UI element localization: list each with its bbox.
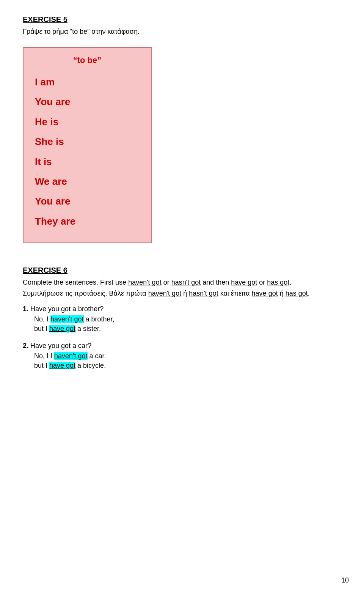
exercise5-section: EXERCISE 5 Γράψε το ρήμα “to be” στην κα… <box>23 15 341 243</box>
question-2-block: 2. Have you got a car? No, I I haven't g… <box>23 342 341 370</box>
have-got-label2: have got <box>252 290 278 297</box>
q1-answer1: No, I haven't got a brother, <box>34 315 341 323</box>
q1-text: Have you got a brother? <box>30 305 104 313</box>
exercise5-subtitle: Γράψε το ρήμα “to be” στην κατάφαση. <box>23 28 341 36</box>
havent-got-label2: haven't got <box>148 290 182 297</box>
has-got-label2: has got <box>286 290 308 297</box>
q2-answer2: but I have got a bicycle. <box>34 362 341 370</box>
has-got-label1: has got <box>267 279 289 286</box>
exercise6-desc1: Complete the sentences. First use haven'… <box>23 279 341 287</box>
to-be-row-2: You are <box>35 92 140 112</box>
exercise5-title: EXERCISE 5 <box>23 15 341 24</box>
question-2-line: 2. Have you got a car? <box>23 342 341 350</box>
to-be-row-1: I am <box>35 72 140 92</box>
q2-answer1: No, I I haven't got a car. <box>34 352 341 360</box>
exercise6-title: EXERCISE 6 <box>23 266 341 275</box>
q1-number: 1. <box>23 305 28 313</box>
question-1-line: 1. Have you got a brother? <box>23 305 341 313</box>
q2-text: Have you got a car? <box>30 342 91 350</box>
q1-answer2: but I have got a sister. <box>34 325 341 333</box>
hasnt-got-label2: hasn't got <box>189 290 218 297</box>
to-be-row-4: She is <box>35 132 140 151</box>
page-number: 10 <box>341 576 349 584</box>
hasnt-got-label1: hasn't got <box>171 279 201 286</box>
exercise6-desc2: Συμπλήρωσε τις προτάσεις. Βάλε πρώτα hav… <box>23 290 341 298</box>
q2-have-got: have got <box>49 362 75 369</box>
exercise6-section: EXERCISE 6 Complete the sentences. First… <box>23 266 341 370</box>
have-got-label1: have got <box>231 279 257 286</box>
to-be-row-7: You are <box>35 191 140 211</box>
to-be-row-6: We are <box>35 172 140 191</box>
havent-got-label1: haven't got <box>128 279 162 286</box>
to-be-row-3: He is <box>35 112 140 132</box>
to-be-header: “to be” <box>35 55 140 65</box>
to-be-box: “to be” I am You are He is She is It is … <box>23 47 152 243</box>
to-be-row-8: They are <box>35 211 140 231</box>
q2-number: 2. <box>23 342 28 350</box>
to-be-row-5: It is <box>35 152 140 172</box>
q2-haven't-got: haven't got <box>54 352 88 360</box>
q1-haven't-got: haven't got <box>50 315 84 323</box>
q1-have-got: have got <box>49 325 75 332</box>
question-1-block: 1. Have you got a brother? No, I haven't… <box>23 305 341 333</box>
